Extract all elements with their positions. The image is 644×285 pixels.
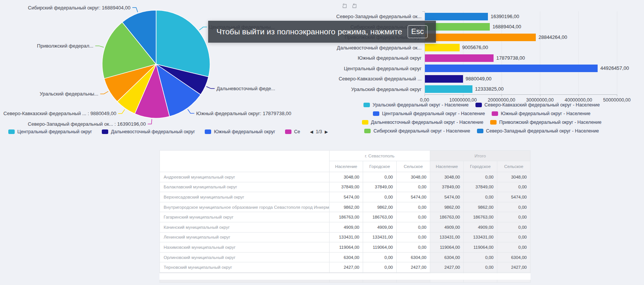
value-cell: 4909,00 [363,222,397,232]
value-cell: 3048,00 [397,172,430,182]
legend-item[interactable]: Дальневосточный федеральный округ - Насе… [362,120,483,125]
table-header-group-row: г. СевастопольИтого [160,151,531,161]
value-cell: 0,00 [497,182,531,192]
legend-label: Центральный федеральный округ [17,129,92,134]
value-cell: 4909,00 [464,222,497,232]
bi-dashboard-fullscreen: Центральный федеральны...Дальневосточный… [0,0,644,285]
value-cell: 3048,00 [497,172,531,182]
legend-item[interactable]: Приволжский федеральный округ - Населени… [490,120,601,125]
y-axis-top-tick [422,11,425,12]
column-header: Сельское [497,161,531,172]
value-cell: 186763,00 [430,212,464,222]
value-cell: 0,00 [497,212,531,222]
value-cell: 6304,00 [330,252,363,262]
bar-chart-legend: Уральский федеральный округ - НаселениеС… [320,100,643,135]
legend-item[interactable]: Северо-Кавказский федеральный округ - На… [475,102,600,108]
legend-swatch [362,120,368,125]
value-cell: 5474,00 [330,192,363,202]
row-label-cell: Балаклавский муниципальный округ [160,182,330,192]
table-row: Орлиновский муниципальный округ6304,000,… [160,252,531,262]
redo-zoom-icon[interactable] [351,3,357,9]
bar-category-label: Центральный федеральный округ [320,63,422,74]
value-cell: 119064,00 [330,242,363,253]
bar-legend-row: Уральский федеральный округ - НаселениеС… [320,100,643,109]
value-cell: 0,00 [397,242,430,253]
legend-item[interactable]: Центральный федеральный округ - Населени… [373,111,485,116]
value-cell: 0,00 [497,202,531,212]
row-label-cell: Терновский муниципальный округ [160,262,330,273]
pie-chart: Центральный федеральны...Дальневосточный… [0,0,332,128]
legend-swatch [490,120,497,125]
value-cell: 2427,00 [330,262,363,273]
value-cell: 0,00 [397,182,430,192]
legend-swatch [492,111,498,116]
value-cell: 0,00 [363,252,397,262]
pie-callout-label: Северо-Западный федеральный ок... : 1639… [28,121,146,127]
fullscreen-exit-message: Чтобы выйти из полноэкранного режима, на… [216,27,402,36]
bar-category-label: Дальневосточный федеральный ок... [320,43,422,53]
table-corner-cell [160,151,330,172]
x-axis-line [425,94,617,95]
pie-callout-label: Дальневосточный феде... [216,86,275,91]
table-row: Терновский муниципальный округ2427,000,0… [160,262,531,273]
legend-item[interactable]: Северо-Западный федеральный округ - Насе… [477,128,599,134]
x-gridline [540,11,540,94]
value-cell: 37849,00 [430,182,464,192]
value-cell: 186763,00 [363,212,397,222]
pie-callout-label: Уральский федеральны... [40,91,98,97]
value-cell: 0,00 [464,172,497,182]
row-label-cell: Ленинский муниципальный округ [160,232,330,242]
pie-callout-line [118,109,124,114]
table-row: Гагаринский муниципальный округ186763,00… [160,212,531,222]
bar[interactable] [425,44,460,51]
value-cell: 5474,00 [397,192,430,202]
column-header: Население [330,161,363,172]
x-gridline [617,11,617,94]
legend-item[interactable]: Центральный федеральный округ [8,129,92,134]
bar[interactable] [425,75,463,83]
legend-swatch [364,129,371,133]
legend-label: Уральский федеральный округ - Население [373,102,469,108]
legend-item[interactable]: Уральский федеральный округ - Население [363,102,469,108]
legend-swatch [363,103,370,107]
legend-item[interactable]: Дальневосточный федеральный округ [102,129,195,134]
table-row: Ленинский муниципальный округ133431,0013… [160,232,531,242]
value-cell: 0,00 [363,262,397,273]
pie-chart-legend: Центральный федеральный округДальневосто… [8,129,328,134]
x-gridline [578,11,579,94]
bar[interactable] [425,65,598,72]
legend-prev-page-icon[interactable]: ◀ [310,129,313,134]
bar[interactable] [425,13,488,20]
value-cell: 5474,00 [497,192,531,202]
bar[interactable] [425,85,472,93]
legend-item[interactable]: Южный федеральный округ [205,129,275,134]
value-cell: 0,00 [397,202,430,212]
pivot-table: г. СевастопольИтогоНаселениеГородскоеСел… [159,150,531,283]
value-cell: 0,00 [363,192,397,202]
esc-key: Esc [408,25,428,38]
legend-item[interactable]: Се [285,129,300,134]
undo-zoom-icon[interactable] [342,3,348,9]
column-group-header: г. Севастополь [330,151,430,161]
bar-legend-row: Центральный федеральный округ - Населени… [320,109,643,118]
legend-swatch [8,129,15,134]
bar-legend-row: Сибирский федеральный округ - НаселениеС… [320,126,643,135]
pie-callout-line [188,109,195,114]
legend-item[interactable]: Южный федеральный округ - Население [492,111,590,116]
legend-label: Дальневосточный федеральный округ [111,129,195,134]
pie-callout-label: Северо-Кавказский федеральный ... : 9880… [3,111,116,116]
bar[interactable] [425,34,536,41]
legend-label: Се [294,129,300,134]
value-cell: 0,00 [464,252,497,262]
pie-callout-line [199,27,207,30]
value-cell: 0,00 [464,192,497,202]
value-cell: 119064,00 [363,242,397,253]
value-cell: 0,00 [497,232,531,242]
value-cell: 0,00 [497,242,531,253]
bar-value-label: 9005676,00 [462,44,488,51]
row-label-cell: Гагаринский муниципальный округ [160,212,330,222]
legend-item[interactable]: Сибирский федеральный округ - Население [364,128,470,134]
bar[interactable] [425,54,494,62]
table-horizontal-scrollbar[interactable] [159,273,531,280]
table-body: Андреевский муниципальный округ3048,000,… [160,172,531,283]
